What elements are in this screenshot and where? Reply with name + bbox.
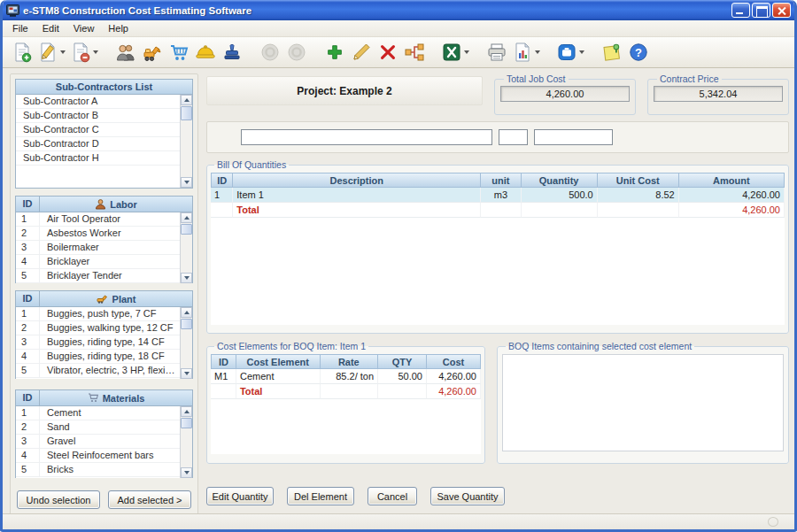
boq-header-description[interactable]: Description: [233, 173, 481, 188]
scroll-track[interactable]: [181, 105, 192, 177]
material-row[interactable]: 2Sand: [16, 420, 180, 435]
new-project-button[interactable]: [10, 40, 34, 65]
save-quantity-button[interactable]: Save Quantity: [430, 487, 505, 505]
boq-header-unit[interactable]: unit: [481, 173, 521, 188]
plant-row[interactable]: 5Vibrator, electric, 3 HP, flexibl...: [16, 364, 180, 378]
app-window: e-STM8 Construction Cost Estimating Soft…: [0, 0, 797, 532]
help-button[interactable]: ?: [626, 40, 650, 65]
scroll-track[interactable]: [181, 417, 192, 467]
item-description-input[interactable]: [241, 129, 492, 145]
subcontractor-list-item[interactable]: Sub-Contractor C: [16, 123, 180, 137]
scroll-up-button[interactable]: [181, 406, 192, 417]
scrollbar[interactable]: [180, 406, 192, 478]
minimize-button[interactable]: [731, 3, 750, 18]
menu-view[interactable]: View: [66, 21, 102, 35]
ce-header-rate[interactable]: Rate: [321, 354, 379, 369]
item-unit-input[interactable]: [499, 129, 528, 145]
assign-element-button[interactable]: [402, 40, 426, 65]
scroll-thumb[interactable]: [181, 106, 192, 120]
labor-row[interactable]: 1Air Tool Operator: [16, 212, 180, 227]
undo-selection-button[interactable]: Undo selection: [17, 490, 100, 509]
maximize-button[interactable]: [752, 3, 770, 18]
boq-items-list[interactable]: [502, 354, 784, 451]
boq-row[interactable]: 1 Item 1 m3 500.0 8.52 4,260.00: [211, 188, 785, 203]
edit-project-icon: [37, 42, 58, 63]
print-button[interactable]: [484, 40, 508, 65]
scroll-up-button[interactable]: [181, 307, 192, 318]
scroll-up-button[interactable]: [181, 95, 192, 105]
scroll-down-button[interactable]: [181, 273, 192, 283]
item-quantity-input[interactable]: [534, 129, 613, 145]
subcontractor-list-item[interactable]: Sub-Contractor A: [16, 95, 180, 109]
plant-row[interactable]: 3Buggies, riding type, 14 CF: [16, 335, 180, 350]
subcontractor-list-item[interactable]: Sub-Contractor H: [16, 151, 180, 166]
scroll-down-button[interactable]: [181, 467, 192, 478]
materials-icon: [168, 42, 190, 63]
ce-header-element[interactable]: Cost Element: [236, 354, 321, 369]
contract-price-group: Contract Price 5,342.04: [647, 73, 789, 115]
labor-button[interactable]: [193, 40, 217, 65]
scroll-thumb[interactable]: [181, 319, 192, 329]
boq-header-quantity[interactable]: Quantity: [522, 173, 598, 188]
add-item-button[interactable]: [322, 40, 346, 65]
reports-button[interactable]: [511, 40, 541, 65]
delete-item-button[interactable]: [375, 40, 399, 65]
labor-row[interactable]: 5Bricklayer Tender: [16, 269, 180, 283]
boq-header-amount[interactable]: Amount: [679, 173, 785, 188]
chevron-down-icon: [464, 50, 469, 54]
scroll-track[interactable]: [181, 223, 192, 273]
subcontractor-list-item[interactable]: Sub-Contractor D: [16, 137, 180, 151]
excel-export-button[interactable]: [440, 40, 470, 65]
materials-button[interactable]: [166, 40, 190, 65]
subcontractors-button[interactable]: [113, 40, 137, 65]
ce-header-cost[interactable]: Cost: [427, 354, 481, 369]
labor-row[interactable]: 3Boilermaker: [16, 241, 180, 255]
cancel-button[interactable]: Cancel: [368, 487, 417, 505]
excel-export-icon: [441, 42, 462, 63]
labor-row[interactable]: 4Bricklayer: [16, 255, 180, 269]
material-row[interactable]: 4Steel Reinfocement bars: [16, 449, 180, 463]
boq-table-empty-area: [211, 218, 785, 325]
labor-row[interactable]: 2Asbestos Worker: [16, 227, 180, 241]
menu-help[interactable]: Help: [101, 21, 135, 35]
stamp-icon: [221, 42, 243, 63]
scroll-down-button[interactable]: [181, 177, 192, 188]
scroll-down-button[interactable]: [181, 368, 192, 379]
boq-header-unitcost[interactable]: Unit Cost: [598, 173, 679, 188]
material-row[interactable]: 5Bricks: [16, 463, 180, 477]
subcontractors-header: Sub-Contractors List: [16, 80, 192, 95]
materials-id-header: ID: [16, 390, 40, 405]
scroll-track[interactable]: [181, 318, 192, 368]
menu-edit[interactable]: Edit: [35, 21, 66, 35]
del-element-button[interactable]: Del Element: [287, 487, 354, 505]
add-selected-button[interactable]: Add selected >: [108, 490, 191, 509]
plant-row[interactable]: 4Buggies, riding type, 18 CF: [16, 350, 180, 364]
scrollbar[interactable]: [180, 212, 192, 283]
project-browser-button[interactable]: [555, 40, 585, 65]
menu-file[interactable]: File: [5, 21, 35, 35]
scrollbar[interactable]: [180, 307, 192, 379]
material-row[interactable]: 3Gravel: [16, 435, 180, 449]
close-button[interactable]: [772, 3, 791, 18]
new-project-icon: [12, 42, 33, 63]
scroll-thumb[interactable]: [181, 418, 192, 428]
edit-item-button[interactable]: [349, 40, 373, 65]
edit-quantity-button[interactable]: Edit Quantity: [206, 487, 274, 505]
stamp-button[interactable]: [220, 40, 244, 65]
subcontractor-list-item[interactable]: Sub-Contractor B: [16, 109, 180, 123]
plant-button[interactable]: [140, 40, 164, 65]
scrollbar[interactable]: [180, 95, 192, 188]
plant-row[interactable]: 2Buggies, walking type, 12 CF: [16, 321, 180, 335]
scroll-up-button[interactable]: [181, 212, 192, 223]
boq-header-id[interactable]: ID: [211, 173, 233, 188]
ce-header-qty[interactable]: QTY: [378, 354, 427, 369]
material-row[interactable]: 1Cement: [16, 406, 180, 420]
ce-header-id[interactable]: ID: [211, 354, 236, 369]
scroll-thumb[interactable]: [181, 224, 192, 235]
delete-project-button[interactable]: [69, 40, 99, 65]
cost-element-row[interactable]: M1 Cement 85.2/ ton 50.00 4,260.00: [211, 369, 481, 384]
chevron-down-icon: [93, 50, 98, 54]
plant-row[interactable]: 1Buggies, push type, 7 CF: [16, 307, 180, 321]
edit-project-button[interactable]: [36, 40, 66, 65]
notes-button[interactable]: [600, 40, 623, 65]
